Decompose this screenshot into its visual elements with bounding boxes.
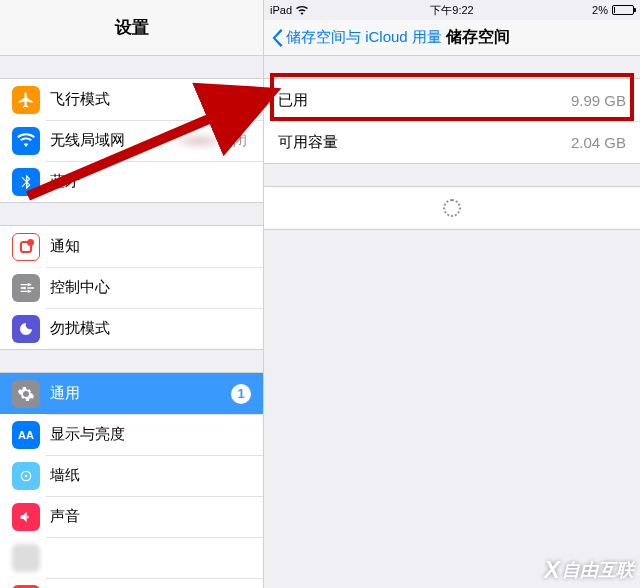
sidebar-item-notifications[interactable]: 通知	[0, 226, 263, 267]
watermark: X自由互联	[544, 556, 634, 584]
sidebar-item-control-center[interactable]: 控制中心	[0, 267, 263, 308]
sidebar-item-bluetooth[interactable]: 蓝牙	[0, 161, 263, 202]
wifi-status-icon	[296, 6, 308, 15]
status-bar: iPad 下午9:22 2%	[264, 0, 640, 20]
svg-point-0	[27, 283, 30, 286]
sidebar-title: 设置	[0, 0, 263, 56]
used-label: 已用	[278, 91, 571, 110]
detail-header: 储存空间与 iCloud 用量 储存空间	[264, 20, 640, 56]
general-badge: 1	[231, 384, 251, 404]
sidebar-item-wifi[interactable]: 无线局域网 闭	[0, 120, 263, 161]
available-value: 2.04 GB	[571, 134, 626, 151]
redacted-smudge	[169, 133, 229, 149]
storage-group: 已用 9.99 GB 可用容量 2.04 GB	[264, 78, 640, 164]
sidebar-item-airplane[interactable]: 飞行模式	[0, 79, 263, 120]
wifi-icon	[12, 127, 40, 155]
control-center-label: 控制中心	[50, 278, 251, 297]
svg-point-2	[27, 290, 30, 293]
general-label: 通用	[50, 384, 231, 403]
airplane-switch[interactable]	[207, 86, 251, 113]
battery-icon	[612, 5, 634, 15]
display-label: 显示与亮度	[50, 425, 251, 444]
status-battery-pct: 2%	[592, 4, 608, 16]
status-time: 下午9:22	[430, 3, 473, 18]
sidebar-item-passcode[interactable]: 密码	[0, 578, 263, 588]
passcode-icon	[12, 585, 40, 589]
notifications-icon	[12, 233, 40, 261]
sidebar-item-general[interactable]: 通用 1	[0, 373, 263, 414]
notifications-label: 通知	[50, 237, 251, 256]
detail-title: 储存空间	[446, 27, 510, 48]
sidebar-item-wallpaper[interactable]: 墙纸	[0, 455, 263, 496]
sidebar-item-display[interactable]: AA 显示与亮度	[0, 414, 263, 455]
wallpaper-icon	[12, 462, 40, 490]
sidebar-item-blurred[interactable]	[0, 537, 263, 578]
svg-point-1	[23, 286, 26, 289]
display-icon: AA	[12, 421, 40, 449]
wifi-value: 闭	[233, 132, 247, 150]
blurred-icon	[12, 544, 40, 572]
loading-spinner	[264, 187, 640, 229]
wallpaper-label: 墙纸	[50, 466, 251, 485]
row-used: 已用 9.99 GB	[264, 79, 640, 121]
bluetooth-icon	[12, 168, 40, 196]
status-device: iPad	[270, 4, 292, 16]
control-center-icon	[12, 274, 40, 302]
settings-sidebar: 设置 飞行模式 无线局域网 闭	[0, 0, 264, 588]
wifi-label: 无线局域网	[50, 131, 169, 150]
row-available: 可用容量 2.04 GB	[264, 121, 640, 163]
sounds-label: 声音	[50, 507, 251, 526]
airplane-label: 飞行模式	[50, 90, 207, 109]
available-label: 可用容量	[278, 133, 571, 152]
dnd-icon	[12, 315, 40, 343]
sidebar-item-dnd[interactable]: 勿扰模式	[0, 308, 263, 349]
svg-point-4	[25, 474, 28, 477]
sidebar-item-sounds[interactable]: 声音	[0, 496, 263, 537]
sounds-icon	[12, 503, 40, 531]
back-button[interactable]: 储存空间与 iCloud 用量	[272, 28, 442, 47]
bluetooth-label: 蓝牙	[50, 172, 251, 191]
back-label: 储存空间与 iCloud 用量	[286, 28, 442, 47]
gear-icon	[12, 380, 40, 408]
dnd-label: 勿扰模式	[50, 319, 251, 338]
detail-pane: iPad 下午9:22 2% 储存空间与 iCloud 用量 储存空间 已用 9…	[264, 0, 640, 588]
airplane-icon	[12, 86, 40, 114]
chevron-left-icon	[272, 29, 284, 47]
used-value: 9.99 GB	[571, 92, 626, 109]
